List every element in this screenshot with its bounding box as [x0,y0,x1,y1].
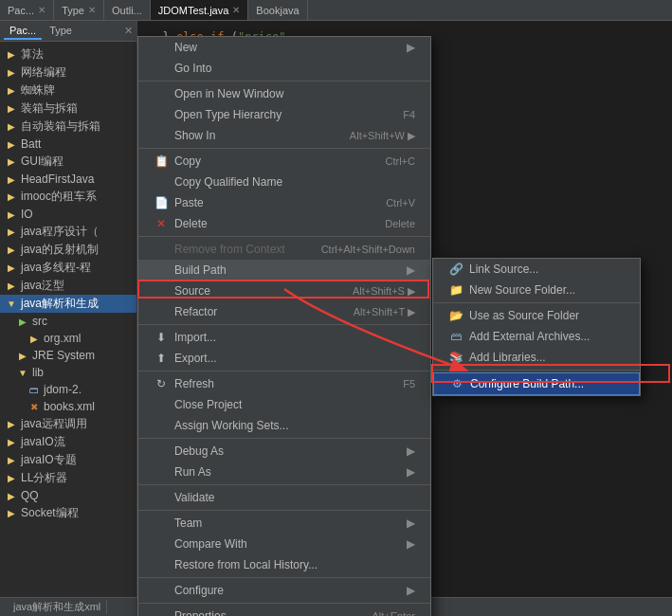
tree-item-java-prog[interactable]: ▶ java程序设计（ [0,223,136,241]
menu-item-import[interactable]: ⬇ Import... [138,327,430,348]
menu-item-delete[interactable]: ✕ Delete Delete [138,213,430,234]
tree-item-thread[interactable]: ▶ java多线程-程 [0,259,136,277]
folder-icon: ▶ [4,172,19,187]
menu-item-refresh[interactable]: ↻ Refresh F5 [138,373,430,394]
remove-context-icon [154,242,169,257]
tab-packages-close[interactable]: ✕ [38,5,45,15]
submenu-link-source[interactable]: 🔗 Link Source... [433,259,640,280]
tree-item-suanfa[interactable]: ▶ 算法 [0,45,136,63]
tree-item-javaio2[interactable]: ▶ javaIO专题 [0,451,136,469]
menu-item-run-as[interactable]: Run As ▶ [138,462,430,482]
menu-item-team[interactable]: Team ▶ [138,513,430,534]
shortcut-label: F4 [403,109,415,120]
panel-close-button[interactable]: ✕ [124,25,133,37]
menu-item-label: Configure Build Path... [470,377,584,390]
submenu-configure-build-path[interactable]: ⚙ Configure Build Path... [433,372,640,395]
menu-item-label: Use as Source Folder [469,309,579,322]
menu-item-close-project[interactable]: Close Project [138,394,430,415]
menu-item-compare-with[interactable]: Compare With ▶ [138,534,430,554]
tab-jdomtest-close[interactable]: ✕ [232,5,240,15]
menu-item-gointo[interactable]: Go Into [138,58,430,79]
tree-item-socket[interactable]: ▶ Socket编程 [0,504,136,522]
menu-item-copy-qualified[interactable]: Copy Qualified Name [138,172,430,192]
tree-item-autoboxing[interactable]: ▶ 自动装箱与拆箱 [0,118,136,136]
menu-item-refactor[interactable]: Refactor Alt+Shift+T ▶ [138,301,430,322]
tree-item-src[interactable]: ▶ src [0,313,136,330]
tab-type-close[interactable]: ✕ [88,5,96,15]
tree-item-lib[interactable]: ▼ lib [0,364,136,381]
menu-item-type-hierarchy[interactable]: Open Type Hierarchy F4 [138,104,430,125]
menu-item-open-window[interactable]: Open in New Window [138,83,430,104]
menu-item-label: Validate [174,491,214,504]
folder-icon: ▶ [4,119,19,135]
tree-item-generic[interactable]: ▶ java泛型 [0,277,136,295]
left-panel: Pac... Type ✕ ▶ 算法 ▶ 网络编程 ▶ 蜘蛛牌 ▶ 装箱与拆箱 … [0,21,137,597]
source-icon [154,283,169,299]
folder-icon: ▶ [4,101,19,117]
menu-item-remove-context[interactable]: Remove from Context Ctrl+Alt+Shift+Down [138,239,430,260]
run-icon [154,464,169,480]
tab-outline[interactable]: Outli... [104,0,151,20]
project-tree[interactable]: ▶ 算法 ▶ 网络编程 ▶ 蜘蛛牌 ▶ 装箱与拆箱 ▶ 自动装箱与拆箱 ▶ Ba… [0,42,136,597]
tree-item-jre[interactable]: ▶ JRE System [0,347,136,364]
menu-separator [138,438,430,439]
tree-item-label: imooc的租车系 [21,189,97,205]
tree-item-xml-project[interactable]: ▼ java解析和生成 [0,295,136,313]
tree-item-imooc[interactable]: ▶ imooc的租车系 [0,188,136,206]
tree-item-rpc[interactable]: ▶ java远程调用 [0,415,136,433]
properties-icon [154,608,169,616]
tree-item-label: lib [32,366,44,379]
tree-item-javaio[interactable]: ▶ javaIO流 [0,433,136,451]
tree-item-batt[interactable]: ▶ Batt [0,136,136,153]
tab-type[interactable]: Type ✕ [54,0,104,20]
menu-item-source[interactable]: Source Alt+Shift+S ▶ [138,281,430,301]
tree-item-boxing[interactable]: ▶ 装箱与拆箱 [0,100,136,118]
folder-open-icon: ▼ [15,365,30,380]
menu-item-paste[interactable]: 📄 Paste Ctrl+V [138,192,430,213]
menu-item-copy[interactable]: 📋 Copy Ctrl+C [138,151,430,172]
tree-item-io[interactable]: ▶ IO [0,206,136,223]
panel-tab-packages[interactable]: Pac... [4,23,42,40]
menu-item-validate[interactable]: Validate [138,487,430,508]
validate-icon [154,490,169,505]
tree-item-jdom[interactable]: 🗃 jdom-2. [0,381,136,398]
tree-item-gui[interactable]: ▶ GUI编程 [0,153,136,171]
menu-item-build-path[interactable]: Build Path ▶ 🔗 Link Source... 📁 New Sour… [138,260,430,281]
link-source-icon: 🔗 [448,262,463,277]
tab-type-label: Type [62,5,84,16]
tree-item-label: javaIO流 [21,434,65,450]
menu-item-properties[interactable]: Properties Alt+Enter [138,606,430,616]
tab-packages[interactable]: Pac... ✕ [0,0,54,20]
menu-item-debug-as[interactable]: Debug As ▶ [138,441,430,462]
panel-tab-type[interactable]: Type [44,23,78,40]
tree-item-wlbc[interactable]: ▶ 网络编程 [0,63,136,82]
tree-item-label: 网络编程 [21,64,66,81]
menu-item-configure[interactable]: Configure ▶ [138,580,430,601]
tree-item-headfirst[interactable]: ▶ HeadFirstJava [0,171,136,188]
menu-item-label: New [174,41,197,54]
src-icon: ▶ [15,314,30,329]
tree-item-booksxml[interactable]: ✖ books.xml [0,398,136,415]
submenu-add-libraries[interactable]: 📚 Add Libraries... [433,347,640,368]
submenu-use-as-source[interactable]: 📂 Use as Source Folder [433,305,640,326]
use-as-source-icon: 📂 [448,308,463,323]
panel-tabs: Pac... Type [4,23,78,40]
menu-item-new[interactable]: New ▶ [138,37,430,58]
tree-item-qq[interactable]: ▶ QQ [0,487,136,504]
menu-item-show-in[interactable]: Show In Alt+Shift+W ▶ [138,125,430,146]
menu-item-export[interactable]: ⬆ Export... [138,348,430,369]
menu-item-restore-history[interactable]: Restore from Local History... [138,554,430,575]
tree-item-label: org.xml [44,332,81,345]
tab-jdomtest[interactable]: JDOMTest.java ✕ [151,0,249,20]
submenu-add-external[interactable]: 🗃 Add External Archives... [433,326,640,347]
tree-item-label: 算法 [21,46,44,63]
tree-item-reflect[interactable]: ▶ java的反射机制 [0,241,136,259]
tab-bookjava[interactable]: Bookjava [248,0,307,20]
tree-item-ll[interactable]: ▶ LL分析器 [0,469,136,487]
folder-icon: ▶ [4,471,19,486]
folder-open-icon: ▼ [4,297,19,312]
submenu-new-source-folder[interactable]: 📁 New Source Folder... [433,280,640,300]
tree-item-orgxml[interactable]: ▶ org.xml [0,330,136,347]
menu-item-assign-working[interactable]: Assign Working Sets... [138,415,430,436]
tree-item-spiders[interactable]: ▶ 蜘蛛牌 [0,82,136,100]
